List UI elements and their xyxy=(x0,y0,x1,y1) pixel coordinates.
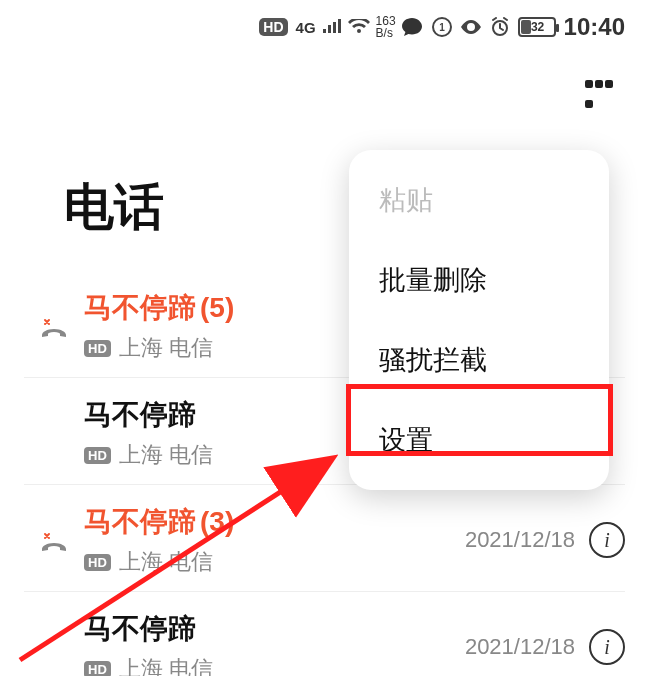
eye-icon xyxy=(460,20,482,34)
status-bar: HD 4G 163 B/s 1 xyxy=(0,0,655,54)
call-name: 马不停蹄 (3) xyxy=(84,503,465,541)
call-date: 2021/12/18 xyxy=(465,527,575,553)
message-icon xyxy=(402,18,422,36)
battery-icon: 32 xyxy=(518,17,556,37)
data-rate: 163 B/s xyxy=(376,15,396,39)
context-menu: 粘贴 批量删除 骚扰拦截 设置 xyxy=(349,150,609,490)
call-count: (5) xyxy=(200,292,234,324)
info-button[interactable]: i xyxy=(589,629,625,665)
call-row[interactable]: 马不停蹄 (3) HD 上海 电信 2021/12/18 i xyxy=(24,484,625,591)
battery-percent: 32 xyxy=(522,20,554,34)
menu-item-paste: 粘贴 xyxy=(349,160,609,240)
alarm-icon xyxy=(490,17,510,37)
call-name: 马不停蹄 xyxy=(84,610,465,648)
menu-item-settings[interactable]: 设置 xyxy=(349,400,609,480)
status-right: 1 32 10:40 xyxy=(432,13,625,41)
signal-icon xyxy=(322,19,342,35)
hd-small-badge: HD xyxy=(84,661,111,677)
phone-app-screen: HD 4G 163 B/s 1 xyxy=(0,0,655,676)
svg-text:1: 1 xyxy=(439,22,445,33)
call-date: 2021/12/18 xyxy=(465,634,575,660)
info-button[interactable]: i xyxy=(589,522,625,558)
call-location: 上海 电信 xyxy=(119,654,213,676)
missed-call-icon xyxy=(24,527,84,553)
hd-small-badge: HD xyxy=(84,447,111,464)
missed-call-icon xyxy=(24,313,84,339)
call-location: 上海 电信 xyxy=(119,547,213,577)
menu-item-harassment-block[interactable]: 骚扰拦截 xyxy=(349,320,609,400)
data-rate-unit: B/s xyxy=(376,27,393,39)
wifi-icon xyxy=(348,19,370,35)
hd-badge: HD xyxy=(259,18,287,36)
call-row[interactable]: 马不停蹄 HD 上海 电信 2021/12/18 i xyxy=(24,591,625,676)
menu-item-batch-delete[interactable]: 批量删除 xyxy=(349,240,609,320)
more-menu-button[interactable] xyxy=(579,74,619,114)
call-count: (3) xyxy=(200,506,234,538)
hd-small-badge: HD xyxy=(84,340,111,357)
clock-time: 10:40 xyxy=(564,13,625,41)
call-location: 上海 电信 xyxy=(119,440,213,470)
network-type: 4G xyxy=(296,19,316,36)
hd-small-badge: HD xyxy=(84,554,111,571)
huawei-service-icon: 1 xyxy=(432,17,452,37)
top-actions xyxy=(0,54,655,134)
call-location: 上海 电信 xyxy=(119,333,213,363)
status-left: HD 4G 163 B/s xyxy=(259,15,421,39)
